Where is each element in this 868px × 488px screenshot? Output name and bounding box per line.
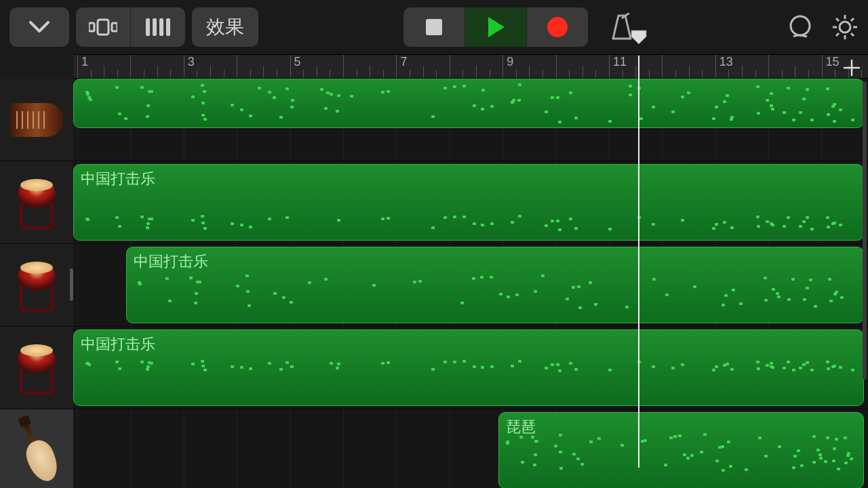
svg-point-8 (547, 17, 568, 37)
ruler-bar-label: 7 (400, 55, 407, 69)
sliders-icon (144, 17, 172, 37)
track-lane[interactable]: 琵琶 (73, 409, 868, 488)
track-header[interactable] (0, 79, 73, 161)
playhead-marker[interactable] (631, 30, 647, 43)
midi-notes (74, 79, 863, 127)
chevron-down-icon (28, 20, 50, 34)
record-icon (546, 16, 569, 39)
record-button[interactable] (527, 7, 588, 47)
svg-line-16 (836, 18, 839, 21)
toolbar: 效果 (0, 0, 868, 54)
track-row (0, 79, 868, 161)
svg-rect-6 (166, 18, 170, 36)
pipa-icon (11, 415, 63, 486)
track-blocks-icon (89, 18, 117, 37)
drum-icon (16, 342, 58, 394)
svg-rect-3 (146, 18, 150, 36)
midi-region[interactable]: 中国打击乐 (126, 247, 864, 323)
ruler-bar-label: 11 (613, 55, 627, 69)
svg-rect-0 (89, 23, 94, 31)
track-lane[interactable]: 中国打击乐 (73, 161, 868, 243)
track-header[interactable] (0, 161, 73, 243)
ruler-bar-label: 5 (294, 55, 301, 69)
midi-region[interactable]: 中国打击乐 (73, 329, 864, 406)
midi-notes (499, 413, 863, 488)
track-row: 琵琶 (0, 409, 868, 488)
track-row: 中国打击乐 (0, 244, 868, 327)
svg-line-17 (851, 33, 854, 36)
track-header[interactable] (0, 327, 73, 409)
svg-rect-5 (159, 18, 163, 36)
track-header-resize-handle[interactable] (70, 268, 73, 301)
settings-button[interactable] (831, 14, 859, 41)
track-row: 中国打击乐 (0, 161, 868, 244)
effects-button[interactable]: 效果 (192, 7, 258, 47)
add-track-button[interactable] (838, 56, 865, 80)
loop-button[interactable] (787, 14, 814, 41)
svg-rect-1 (98, 20, 108, 35)
gear-icon (831, 14, 859, 41)
mixer-view-button[interactable] (131, 7, 185, 47)
track-row: 中国打击乐 (0, 327, 868, 409)
svg-point-10 (791, 16, 810, 35)
effects-label: 效果 (206, 14, 244, 40)
track-view-button[interactable] (76, 7, 130, 47)
midi-region[interactable] (73, 79, 864, 128)
midi-notes (127, 247, 863, 323)
view-mode-toggle (76, 7, 185, 47)
ruler-bar-label: 13 (719, 55, 733, 69)
svg-rect-4 (153, 18, 157, 36)
stop-button[interactable] (403, 7, 465, 47)
track-area: 中国打击乐 中国打击乐 中国打击乐 (0, 79, 868, 468)
play-icon (484, 16, 507, 39)
track-lane[interactable]: 中国打击乐 (73, 327, 868, 409)
track-header[interactable] (0, 244, 73, 326)
midi-notes (74, 330, 863, 405)
vertical-scrollbar[interactable] (863, 81, 867, 380)
timeline-ruler[interactable]: 13579111315 (73, 54, 868, 79)
instrument-picker-button[interactable] (9, 7, 69, 47)
svg-rect-7 (426, 19, 442, 35)
track-lane[interactable] (73, 79, 868, 161)
svg-rect-2 (112, 23, 117, 31)
playhead-triangle-icon (631, 30, 647, 45)
transport-controls (403, 7, 588, 47)
ruler-bar-label: 15 (826, 55, 840, 69)
toolbar-right (787, 14, 859, 41)
track-header[interactable] (0, 409, 73, 488)
ruler-bar-label: 1 (81, 55, 88, 69)
svg-line-19 (836, 33, 839, 36)
ruler-bar-label: 9 (507, 55, 513, 69)
track-lane[interactable]: 中国打击乐 (73, 244, 868, 326)
midi-notes (74, 165, 863, 240)
loop-icon (787, 14, 814, 41)
strings-icon (9, 103, 64, 137)
drum-icon (16, 176, 58, 229)
play-button[interactable] (465, 7, 526, 47)
plus-icon (843, 59, 861, 77)
midi-region[interactable]: 中国打击乐 (73, 164, 864, 241)
ruler-bar-label: 3 (188, 55, 195, 69)
midi-region[interactable]: 琵琶 (498, 412, 864, 488)
svg-point-11 (840, 22, 850, 33)
drum-icon (16, 259, 58, 312)
stop-icon (425, 18, 443, 37)
svg-line-18 (851, 18, 854, 21)
